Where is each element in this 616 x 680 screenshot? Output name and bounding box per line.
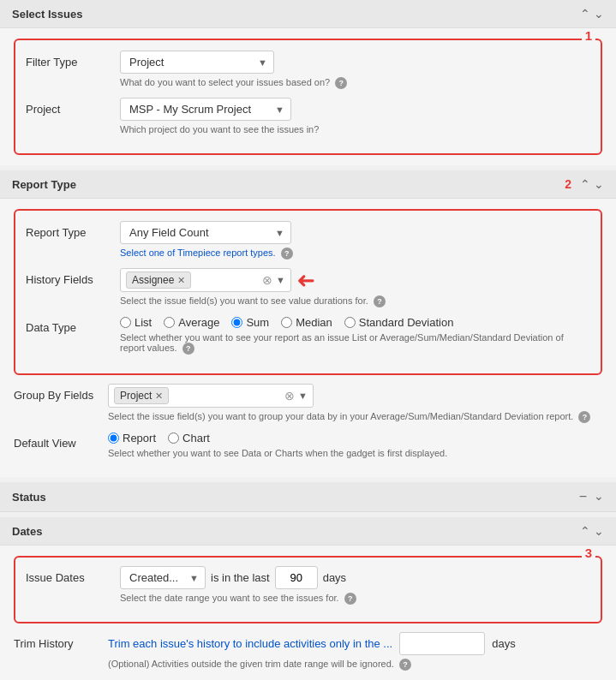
trim-history-link[interactable]: Trim each issue's history to include act…	[108, 637, 392, 650]
select-issues-collapse-icons[interactable]: ⌃ ⌄	[580, 7, 604, 21]
dates-collapse-icons[interactable]: ⌃ ⌄	[580, 524, 604, 538]
project-select-wrapper[interactable]: MSP - My Scrum Project ▼	[120, 98, 291, 121]
report-type-title: Report Type	[12, 178, 76, 191]
data-type-average[interactable]: Average	[164, 316, 219, 329]
default-view-row: Default View Report Chart Select whether…	[14, 432, 602, 458]
status-title: Status	[12, 491, 46, 504]
report-type-number: 2	[565, 177, 571, 191]
history-fields-chevron-icon[interactable]: ▼	[276, 275, 285, 285]
report-type-header: Report Type 2 ⌃ ⌄	[0, 170, 616, 199]
dates-collapse-up-icon[interactable]: ⌃	[580, 524, 590, 538]
default-view-report[interactable]: Report	[108, 432, 156, 444]
default-view-content: Report Chart Select whether you want to …	[108, 432, 602, 458]
data-type-sum[interactable]: Sum	[231, 316, 269, 329]
history-fields-label: History Fields	[26, 268, 120, 286]
report-type-collapse-icons[interactable]: 2 ⌃ ⌄	[565, 177, 604, 191]
group-by-helper: Select the issue field(s) you want to gr…	[108, 411, 602, 423]
data-type-median-label: Median	[296, 316, 332, 329]
status-section: Status − ⌄	[0, 482, 616, 512]
issue-dates-helper: Select the date range you want to see th…	[120, 593, 590, 605]
default-view-report-radio[interactable]	[108, 432, 119, 444]
default-view-radio-group: Report Chart	[108, 432, 602, 444]
project-content: MSP - My Scrum Project ▼ Which project d…	[120, 98, 590, 134]
assignee-tag: Assignee ✕	[126, 271, 191, 289]
filter-type-row: Filter Type Project ▼ What do you want t…	[26, 51, 590, 89]
issue-dates-label: Issue Dates	[26, 566, 120, 584]
report-collapse-up-icon[interactable]: ⌃	[580, 177, 590, 191]
project-helper: Which project do you want to see the iss…	[120, 124, 590, 134]
data-type-help-icon[interactable]: ?	[182, 343, 194, 355]
status-chevron-down-icon[interactable]: ⌄	[594, 489, 604, 504]
data-type-list[interactable]: List	[120, 316, 152, 329]
data-type-list-label: List	[135, 316, 152, 329]
assignee-tag-remove[interactable]: ✕	[177, 275, 185, 286]
data-type-list-radio[interactable]	[120, 317, 131, 328]
group-by-fields-input[interactable]: Project ✕ ⊗ ▼	[108, 384, 314, 408]
clear-history-fields-icon[interactable]: ⊗	[262, 274, 272, 286]
trim-history-help-icon[interactable]: ?	[399, 659, 411, 671]
filter-type-select-wrapper[interactable]: Project ▼	[120, 51, 274, 74]
report-type-select[interactable]: Any Field Count	[120, 221, 291, 244]
dates-header: Dates ⌃ ⌄	[0, 517, 616, 546]
group-by-fields-label: Group By Fields	[14, 384, 108, 402]
filter-type-select[interactable]: Project	[120, 51, 274, 74]
status-minus-icon[interactable]: −	[579, 489, 587, 504]
default-view-chart-radio[interactable]	[168, 432, 179, 444]
issue-dates-field-wrapper[interactable]: Created... ▼	[120, 566, 206, 589]
data-type-radio-group: List Average Sum Median	[120, 316, 590, 329]
group-by-tag-controls: ⊗ ▼	[284, 390, 308, 402]
collapse-down-icon[interactable]: ⌄	[594, 7, 604, 21]
collapse-up-icon[interactable]: ⌃	[580, 7, 590, 21]
red-arrow-icon: ➜	[296, 269, 315, 291]
default-view-report-label: Report	[123, 432, 156, 444]
data-type-stddev-radio[interactable]	[344, 317, 356, 328]
status-collapse-icons[interactable]: − ⌄	[579, 489, 604, 504]
issue-dates-content: Created... ▼ is in the last days Select …	[120, 566, 590, 605]
dates-title: Dates	[12, 525, 42, 538]
project-label: Project	[26, 98, 120, 116]
select-issues-section: Select Issues ⌃ ⌄ 1 Filter Type Project …	[0, 0, 616, 165]
dates-collapse-down-icon[interactable]: ⌄	[594, 524, 604, 538]
project-select[interactable]: MSP - My Scrum Project	[120, 98, 291, 121]
data-type-median[interactable]: Median	[281, 316, 332, 329]
trim-days-input[interactable]	[399, 632, 485, 655]
project-row: Project MSP - My Scrum Project ▼ Which p…	[26, 98, 590, 134]
report-type-help-icon[interactable]: ?	[281, 248, 293, 259]
history-fields-help-icon[interactable]: ?	[374, 295, 386, 307]
filter-type-content: Project ▼ What do you want to select you…	[120, 51, 590, 89]
issue-dates-field-select[interactable]: Created...	[120, 566, 206, 589]
data-type-sum-radio[interactable]	[231, 317, 242, 328]
filter-type-label: Filter Type	[26, 51, 120, 69]
days-value-input[interactable]	[275, 566, 318, 589]
project-tag: Project ✕	[114, 387, 169, 404]
group-by-help-icon[interactable]: ?	[578, 411, 590, 423]
trim-history-label: Trim History	[14, 632, 108, 650]
group-by-chevron-icon[interactable]: ▼	[298, 391, 308, 401]
tag-input-controls: ⊗ ▼	[262, 274, 285, 286]
report-collapse-down-icon[interactable]: ⌄	[594, 177, 604, 191]
filter-type-help-icon[interactable]: ?	[335, 77, 347, 89]
select-issues-body: 1 Filter Type Project ▼ What do you want…	[0, 28, 616, 165]
report-type-select-wrapper[interactable]: Any Field Count ▼	[120, 221, 291, 244]
select-issues-box: 1 Filter Type Project ▼ What do you want…	[14, 39, 602, 155]
report-type-section: Report Type 2 ⌃ ⌄ Report Type Any Field …	[0, 170, 616, 477]
data-type-row: Data Type List Average Sum	[26, 316, 590, 355]
data-type-stddev[interactable]: Standard Deviation	[344, 316, 454, 329]
data-type-helper: Select whether you want to see your repo…	[120, 332, 590, 355]
history-fields-content: Assignee ✕ ⊗ ▼ ➜ Select the issue f	[120, 268, 590, 307]
clear-group-by-icon[interactable]: ⊗	[284, 390, 295, 402]
data-type-average-radio[interactable]	[164, 317, 175, 328]
history-fields-row: History Fields Assignee ✕ ⊗ ▼	[26, 268, 590, 307]
group-by-fields-row: Group By Fields Project ✕ ⊗ ▼ Select the…	[14, 384, 602, 423]
trim-history-content: Trim each issue's history to include act…	[108, 632, 602, 671]
report-type-field-label: Report Type	[26, 221, 120, 239]
report-type-box: Report Type Any Field Count ▼ Select one…	[14, 209, 602, 375]
issue-dates-help-icon[interactable]: ?	[344, 593, 356, 605]
data-type-median-radio[interactable]	[281, 317, 292, 328]
history-fields-input[interactable]: Assignee ✕ ⊗ ▼	[120, 268, 291, 292]
report-type-body: Report Type Any Field Count ▼ Select one…	[0, 199, 616, 477]
project-tag-remove[interactable]: ✕	[155, 391, 163, 402]
default-view-chart[interactable]: Chart	[168, 432, 210, 444]
section-number-3: 3	[582, 546, 595, 560]
default-view-chart-label: Chart	[182, 432, 210, 444]
